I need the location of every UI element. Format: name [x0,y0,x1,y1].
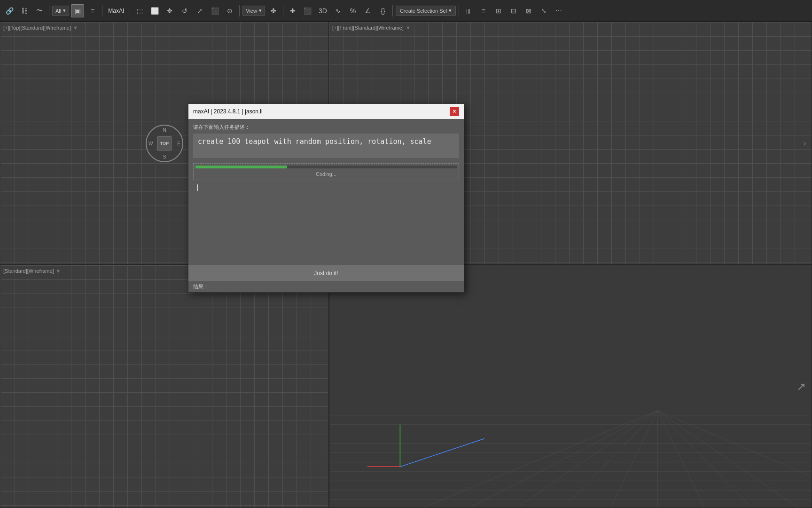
compass-center: TOP [157,136,172,151]
isolate-icon[interactable]: ⫼ [462,4,475,17]
link-icon[interactable]: 🔗 [3,4,16,17]
viewport-top-label: [+][Top][Standard][Wireframe] ▼ [3,25,78,31]
select-rect2-icon[interactable]: ⬚ [133,4,146,17]
grid-bg-perspective [329,265,812,508]
text-cursor [197,184,198,191]
create-selection-button[interactable]: Create Selection Sel ▾ [396,6,456,16]
dialog-progress-area: Coding... [193,163,459,180]
main-toolbar: 🔗 ⛓ 〜 All ▾ ▣ ≡ MaxAI ⬚ ⬜ ✥ ↺ ⤢ ⬛ ⊙ View… [0,0,812,22]
viewport-front-label: [+][Front][Standard][Wireframe] ▼ [332,25,411,31]
viewport-left-label-arrow: ▼ [56,268,61,274]
dialog-body: 请在下面输入任务描述： Coding... [188,119,464,265]
mirror-icon[interactable]: ⊙ [223,4,236,17]
numpad-icon[interactable]: 3D [316,4,329,17]
compass-s: S [163,154,166,159]
table2-icon[interactable]: ⊟ [507,4,520,17]
compass-n: N [163,127,166,133]
compass-w: W [148,141,153,146]
dialog-result-label: 结果： [188,281,464,292]
dialog-output-area [193,180,459,265]
viewport-perspective[interactable]: [Standard][Wireframe] ▼ ↗ [329,265,812,508]
dialog-progress-bar-inner [195,166,287,168]
braces-icon[interactable]: {} [376,4,390,17]
angle-icon[interactable]: ∠ [361,4,375,17]
sep3 [130,5,130,16]
maxai-dialog[interactable]: maxAI | 2023.4.8.1 | jason.li × 请在下面输入任务… [188,103,464,293]
chevron-down-icon: ▾ [63,8,66,14]
nav-cursor: ↗ [796,380,806,393]
dialog-coding-text: Coding... [195,170,457,178]
dialog-progress-bar-outer [195,166,457,168]
chevron-down-icon2: ▾ [259,8,262,14]
percent-icon[interactable]: % [346,4,359,17]
sep6 [392,5,393,16]
dialog-instruction: 请在下面输入任务描述： [193,124,459,131]
dialog-footer: Just do it! [188,265,464,281]
curve-icon[interactable]: ∿ [331,4,344,17]
render-icon[interactable]: ⬛ [301,4,314,17]
select-fence-icon[interactable]: ⬜ [148,4,161,17]
maxai-label: MaxAI [105,4,127,17]
nav-arrow-right: › [804,139,806,148]
grid-bg-left [0,265,328,508]
select-rect-icon[interactable]: ▣ [71,4,84,17]
sep5 [283,5,283,16]
viewport-front-label-arrow: ▼ [406,25,411,31]
bind-icon[interactable]: 〜 [33,4,46,17]
dialog-close-button[interactable]: × [450,107,459,116]
perspective-grid-svg [329,265,812,508]
filter-dropdown[interactable]: All ▾ [52,6,69,16]
svg-rect-0 [330,265,811,508]
view-dropdown[interactable]: View ▾ [242,6,265,16]
more-icon[interactable]: ⋯ [552,4,565,17]
chevron-down-icon3: ▾ [449,8,452,14]
unlink-icon[interactable]: ⛓ [18,4,31,17]
layers-icon[interactable]: ≡ [477,4,490,17]
sep4 [239,5,240,16]
viewport-left[interactable]: [Standard][Wireframe] ▼ [0,265,329,508]
undo-icon[interactable]: ↺ [178,4,191,17]
expand-icon[interactable]: ⤡ [537,4,550,17]
redo-icon[interactable]: ⤢ [193,4,206,17]
select-move-icon[interactable]: ✥ [163,4,176,17]
sep2 [102,5,102,16]
pan-icon[interactable]: ✤ [267,4,280,17]
viewport-label-arrow: ▼ [73,25,78,31]
dialog-title: maxAI | 2023.4.8.1 | jason.li [193,108,263,115]
viewport-left-label: [Standard][Wireframe] ▼ [3,268,61,274]
dialog-submit-button[interactable]: Just do it! [188,265,464,281]
select-by-name-icon[interactable]: ⬛ [208,4,221,17]
plus-icon[interactable]: ✚ [286,4,299,17]
compass-widget: N S E W TOP [146,125,183,162]
sep1 [49,5,49,16]
columns-icon[interactable]: ⊠ [522,4,535,17]
table-icon[interactable]: ⊞ [492,4,505,17]
select-region-icon[interactable]: ≡ [86,4,99,17]
dialog-titlebar: maxAI | 2023.4.8.1 | jason.li × [188,104,464,119]
dialog-task-input[interactable] [193,134,459,158]
compass-e: E [177,141,180,146]
sep7 [459,5,459,16]
